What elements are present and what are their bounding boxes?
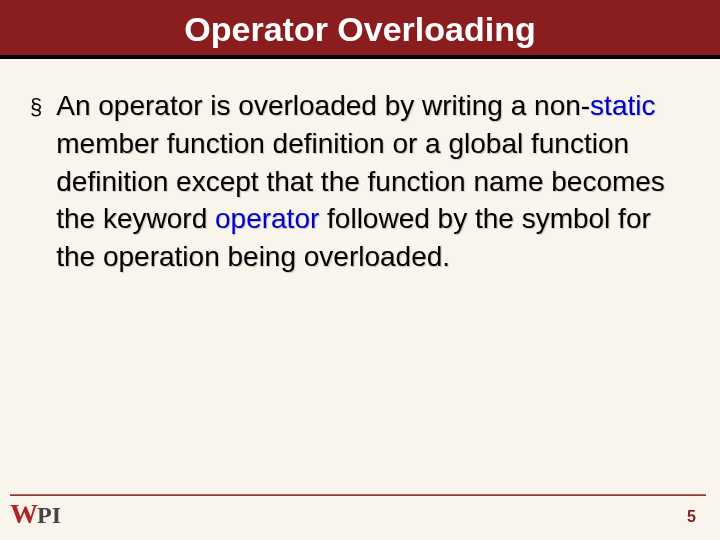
content-area: § An operator is overloaded by writing a… xyxy=(0,59,720,276)
slide: Operator Overloading § An operator is ov… xyxy=(0,0,720,540)
logo-pi: PI xyxy=(37,502,61,529)
slide-title: Operator Overloading xyxy=(0,0,720,59)
footer: WPI 5 xyxy=(10,490,696,530)
keyword-operator: operator xyxy=(215,203,319,234)
logo-w: W xyxy=(10,498,36,530)
keyword-static: static xyxy=(590,90,655,121)
bullet-icon: § xyxy=(30,87,42,127)
text-fragment: An operator is overloaded by writing a n… xyxy=(56,90,590,121)
wpi-logo: WPI xyxy=(10,498,61,530)
bullet-item: § An operator is overloaded by writing a… xyxy=(30,87,690,276)
page-number: 5 xyxy=(687,508,696,526)
body-text: An operator is overloaded by writing a n… xyxy=(56,87,690,276)
